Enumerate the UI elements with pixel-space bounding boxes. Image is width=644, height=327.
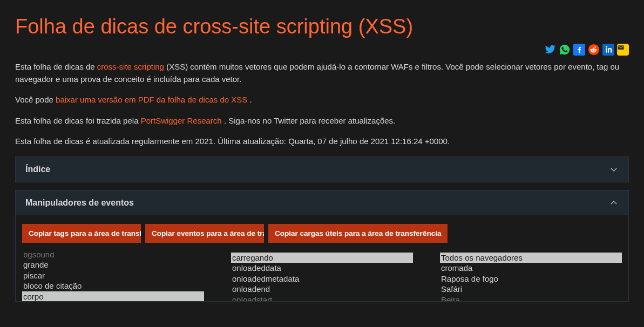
list-item[interactable]: onloadedmetadata: [231, 274, 413, 284]
copy-buttons-row: Copiar tags para a área de transferência…: [22, 224, 622, 243]
facebook-icon[interactable]: [573, 44, 585, 56]
whatsapp-icon[interactable]: [559, 44, 571, 56]
page-title: Folha de dicas de cross-site scripting (…: [15, 15, 629, 38]
twitter-icon[interactable]: [544, 44, 556, 56]
list-item[interactable]: bloco de citação: [22, 281, 204, 291]
browsers-listbox[interactable]: Todos os navegadores cromada Raposa de f…: [440, 253, 622, 301]
pdf-link[interactable]: baixar uma versão em PDF da folha de dic…: [56, 95, 249, 104]
list-item[interactable]: bgsound: [22, 253, 204, 260]
index-panel: Índice: [15, 156, 629, 182]
copy-events-button[interactable]: Copiar eventos para a área de transferên…: [145, 224, 264, 243]
list-item[interactable]: Todos os navegadores: [440, 253, 622, 263]
intro-p1-text: Esta folha de dicas de: [15, 62, 97, 71]
list-item[interactable]: onloadend: [231, 284, 413, 295]
intro-p2-text: Você pode: [15, 95, 56, 104]
list-item[interactable]: onloadstart: [231, 295, 413, 301]
list-item[interactable]: cromada: [440, 263, 622, 274]
list-item[interactable]: Safári: [440, 284, 622, 295]
list-item[interactable]: onloadeddata: [231, 263, 413, 274]
selects-row: bgsound grande piscar bloco de citação c…: [22, 253, 622, 301]
index-panel-header[interactable]: Índice: [16, 157, 628, 182]
share-bar: [15, 44, 629, 56]
chevron-down-icon: [609, 165, 619, 174]
list-item[interactable]: corpo: [22, 291, 204, 301]
index-panel-title: Índice: [25, 165, 50, 174]
list-item[interactable]: Beira: [440, 295, 622, 301]
intro-p2: Você pode baixar uma versão em PDF da fo…: [15, 94, 629, 106]
list-item[interactable]: grande: [22, 260, 204, 270]
list-item[interactable]: piscar: [22, 270, 204, 281]
linkedin-icon[interactable]: [602, 44, 614, 56]
handlers-panel-body: Copiar tags para a área de transferência…: [16, 215, 628, 301]
copy-tags-button[interactable]: Copiar tags para a área de transferência: [22, 224, 141, 243]
intro-p2-tail: .: [249, 95, 252, 104]
handlers-panel-header[interactable]: Manipuladores de eventos: [16, 190, 628, 215]
handlers-panel: Manipuladores de eventos Copiar tags par…: [15, 190, 629, 302]
intro-p3-tail: . Siga-nos no Twitter para receber atual…: [224, 116, 395, 125]
copy-payloads-button[interactable]: Copiar cargas úteis para a área de trans…: [268, 224, 448, 243]
list-item[interactable]: carregando: [231, 253, 413, 263]
xss-link[interactable]: cross-site scripting: [97, 62, 164, 71]
intro-p4: Esta folha de dicas é atualizada regular…: [15, 135, 629, 148]
research-link[interactable]: PortSwigger Research: [141, 116, 224, 125]
intro-p1: Esta folha de dicas de cross-site script…: [15, 61, 629, 85]
handlers-panel-title: Manipuladores de eventos: [25, 198, 134, 208]
chevron-up-icon: [609, 198, 619, 208]
intro-p3: Esta folha de dicas foi trazida pela Por…: [15, 115, 629, 127]
mail-icon[interactable]: [617, 44, 629, 56]
list-item[interactable]: Raposa de fogo: [440, 274, 622, 284]
tags-listbox[interactable]: bgsound grande piscar bloco de citação c…: [22, 253, 204, 301]
events-listbox[interactable]: carregando onloadeddata onloadedmetadata…: [231, 253, 413, 301]
intro-p3-text: Esta folha de dicas foi trazida pela: [15, 116, 141, 125]
reddit-icon[interactable]: [588, 44, 600, 56]
